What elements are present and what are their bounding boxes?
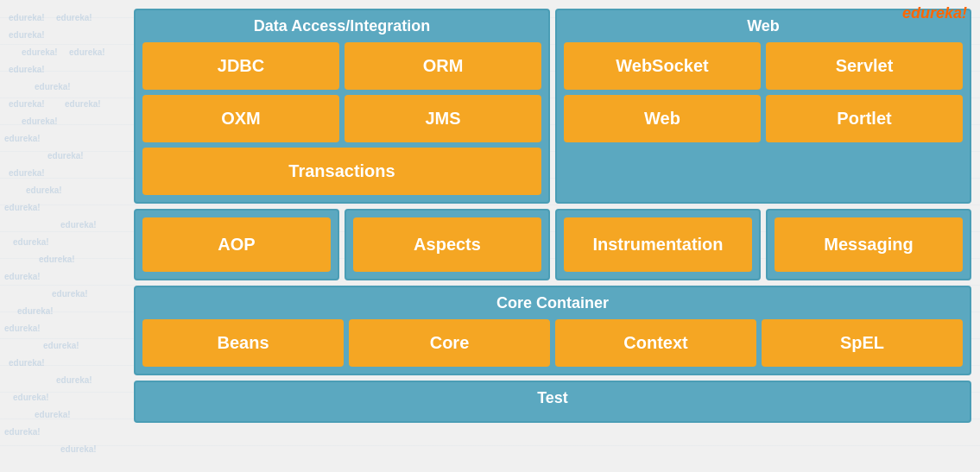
transactions-box: Transactions [142,148,541,195]
wm10: edureka! [22,116,58,126]
wm22: edureka! [4,324,41,333]
aop-box: AOP [142,217,331,272]
wm27: edureka! [35,410,71,419]
logo: edureka! [902,4,967,22]
servlet-box: Servlet [766,42,963,90]
wm20: edureka! [52,289,88,299]
core-container-section: Core Container Beans Core Context SpEL [134,286,971,375]
test-section: Test [134,381,971,423]
wm15: edureka! [4,203,41,212]
wm28: edureka! [4,427,41,437]
messaging-section: Messaging [766,209,971,280]
core-box: Core [349,319,550,367]
data-access-grid: JDBC ORM OXM JMS Transactions [142,42,541,195]
data-access-title: Data Access/Integration [142,17,541,35]
wm24: edureka! [9,358,45,368]
portlet-box: Portlet [766,95,963,142]
wm19: edureka! [4,272,41,281]
wm11: edureka! [4,134,41,143]
instrumentation-section: Instrumentation [555,209,761,280]
wm25: edureka! [56,375,92,385]
wm16: edureka! [60,220,97,230]
wm4: edureka! [22,47,58,57]
wm18: edureka! [39,255,75,264]
left-sidebar: edureka! edureka! edureka! edureka! edur… [0,0,134,472]
web-box: Web [564,95,761,142]
middle-row: AOP Aspects Instrumentation Messaging [134,209,971,280]
wm6: edureka! [9,65,45,74]
aspects-section: Aspects [345,209,550,280]
wm17: edureka! [13,237,49,247]
wm13: edureka! [9,168,45,178]
wm29: edureka! [60,444,97,454]
messaging-box: Messaging [775,217,963,272]
context-box: Context [555,319,756,367]
jdbc-box: JDBC [142,42,339,90]
wm21: edureka! [17,306,54,316]
wm9: edureka! [65,99,101,109]
orm-box: ORM [345,42,541,90]
wm8: edureka! [9,99,45,109]
oxm-box: OXM [142,95,339,142]
core-container-title: Core Container [142,294,963,312]
aspects-box: Aspects [353,217,541,272]
logo-prefix: edu [902,4,930,22]
test-title: Test [142,389,963,407]
main-content: Data Access/Integration JDBC ORM OXM JMS… [134,9,971,463]
websocket-box: WebSocket [564,42,761,90]
beans-box: Beans [142,319,344,367]
spel-box: SpEL [762,319,963,367]
wm2: edureka! [56,13,92,22]
wm3: edureka! [9,30,45,40]
top-row: Data Access/Integration JDBC ORM OXM JMS… [134,9,971,204]
wm5: edureka! [69,47,105,57]
jms-box: JMS [345,95,541,142]
instrumentation-box: Instrumentation [564,217,752,272]
wm1: edureka! [9,13,45,22]
logo-suffix: reka! [930,4,967,22]
web-section: Web WebSocket Servlet Web Portlet [555,9,971,204]
wm12: edureka! [47,151,84,160]
web-grid: WebSocket Servlet Web Portlet [564,42,963,148]
wm23: edureka! [43,341,79,350]
core-grid: Beans Core Context SpEL [142,319,963,367]
data-access-section: Data Access/Integration JDBC ORM OXM JMS… [134,9,550,204]
aop-section: AOP [134,209,339,280]
wm14: edureka! [26,186,62,195]
wm26: edureka! [13,393,49,402]
wm7: edureka! [35,82,71,91]
